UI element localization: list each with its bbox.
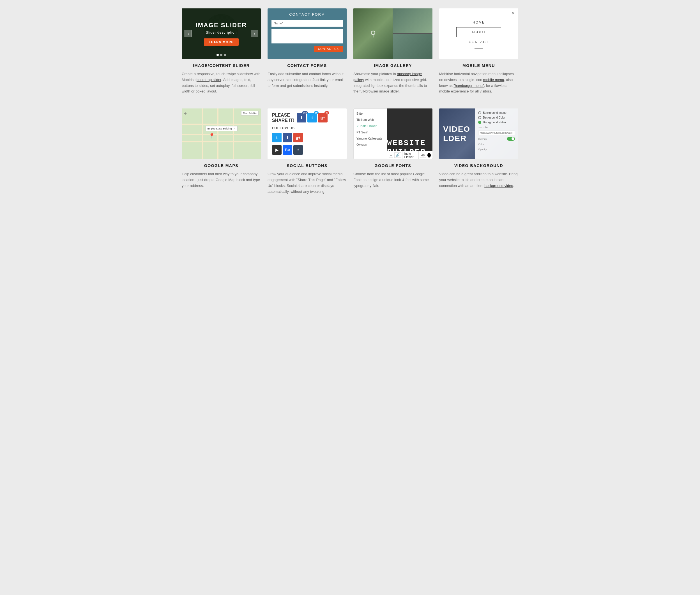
vp-overlay-label: Overlay: [478, 138, 487, 140]
mobile-menu-link[interactable]: mobile menu: [483, 78, 504, 82]
toolbar-link-icon[interactable]: 🔗: [394, 152, 401, 158]
gallery-card-title: IMAGE GALLERY: [353, 63, 432, 68]
map-control-map[interactable]: Map: [243, 112, 248, 114]
video-text-overlay: VIDEOLDER: [439, 109, 477, 159]
font-oxygen[interactable]: Oxygen: [354, 142, 387, 148]
fb-count-badge: 102: [302, 111, 308, 114]
vp-bg-color-label: Background Color: [483, 116, 505, 119]
toolbar-font-name[interactable]: Indie Flower: [402, 151, 419, 159]
maps-card-body: Help customers find their way to your co…: [182, 171, 261, 189]
follow-twitter-button[interactable]: t: [272, 133, 281, 142]
follow-icons-row: t f g+: [272, 133, 303, 142]
share-row: PLEASESHARE IT! f 102 t 19 g+ 47: [272, 112, 328, 123]
map-control-satellite[interactable]: Satellite: [249, 112, 257, 114]
share-facebook-button[interactable]: f 102: [297, 113, 306, 122]
maps-preview: Map Satellite ⌖ Empire State Building 📍: [182, 109, 261, 159]
dot-1[interactable]: [216, 54, 219, 56]
font-pt-serif[interactable]: PT Serif: [354, 129, 387, 135]
vp-overlay-toggle[interactable]: [507, 137, 515, 141]
bootstrap-slider-link[interactable]: bootstrap slider: [196, 78, 221, 82]
follow-googleplus-button[interactable]: g+: [293, 133, 303, 142]
card-image-gallery: ⚲ IMAGE GALLERY Showcase your pictures i…: [353, 8, 432, 94]
slider-preview: ‹ IMAGE SLIDER Slider description LEARN …: [182, 8, 261, 59]
contact-btn-row: CONTACT US: [271, 46, 343, 52]
slider-learn-more-button[interactable]: LEARN MORE: [204, 38, 239, 46]
gallery-search-icon: ⚲: [370, 29, 376, 38]
slider-card-body: Create a responsive, touch-swipe slidesh…: [182, 71, 261, 94]
vp-bg-image-row: Background Image: [478, 111, 515, 114]
contact-preview: CONTACT FORM CONTACT US: [268, 8, 347, 59]
map-road-h1: [182, 123, 261, 125]
video-big-text: VIDEOLDER: [443, 124, 470, 143]
radio-bg-image[interactable]: [478, 111, 481, 114]
font-indie-flower[interactable]: Indie Flower: [354, 123, 387, 129]
dot-2[interactable]: [220, 54, 222, 56]
map-road-h2: [182, 134, 261, 135]
font-yanone[interactable]: Yanone Kaffeesatz: [354, 135, 387, 142]
share-twitter-button[interactable]: t 19: [307, 113, 317, 122]
fonts-preview: Bitter Titillium Web Indie Flower PT Ser…: [353, 109, 432, 159]
row1-grid: ‹ IMAGE SLIDER Slider description LEARN …: [182, 8, 518, 94]
share-icons-row: f 102 t 19 g+ 47: [297, 113, 328, 122]
gallery-body-text2: with mobile-optimized responsive grid. I…: [353, 78, 427, 94]
slider-preview-title: IMAGE SLIDER: [196, 22, 247, 29]
map-label-box: Empire State Building: [206, 126, 238, 131]
toolbar-align-icon[interactable]: ≡: [389, 153, 393, 158]
mobile-menu-about[interactable]: ABOUT: [456, 27, 501, 37]
vp-bg-color-row: Background Color: [478, 116, 515, 119]
gallery-cell-bottom-right[interactable]: [393, 34, 432, 59]
mobile-menu-contact[interactable]: CONTACT: [456, 37, 501, 47]
follow-github-button[interactable]: ▶: [272, 145, 281, 155]
toolbar-font-size[interactable]: 46: [420, 153, 426, 158]
follow-behance-button[interactable]: Bǝ: [283, 145, 292, 155]
map-road-v2: [217, 109, 218, 159]
fonts-dropdown[interactable]: Bitter Titillium Web Indie Flower PT Ser…: [353, 109, 387, 159]
follow-label: FOLLOW US: [272, 126, 295, 130]
contact-card-title: CONTACT FORMS: [268, 63, 347, 68]
map-pin-icon: 📍: [209, 133, 215, 139]
font-bitter[interactable]: Bitter: [354, 110, 387, 117]
gallery-cell-top-right[interactable]: [393, 8, 432, 33]
vp-color-label: Color: [478, 143, 484, 146]
video-card-body: Video can be a great addition to a websi…: [439, 171, 518, 189]
slider-card-title: IMAGE/CONTENT SLIDER: [182, 63, 261, 68]
follow-tumblr-button[interactable]: t: [293, 145, 303, 155]
dot-3[interactable]: [224, 54, 226, 56]
radio-bg-color[interactable]: [478, 116, 481, 119]
map-road-v3: [233, 109, 234, 159]
vp-youtube-input[interactable]: [478, 131, 515, 135]
mobile-menu-card-body: Mobirise horizontal navigation menu coll…: [439, 71, 518, 94]
radio-bg-video[interactable]: [478, 121, 481, 124]
contact-message-textarea[interactable]: [271, 29, 343, 44]
slider-prev-arrow[interactable]: ‹: [185, 30, 192, 37]
share-googleplus-button[interactable]: g+ 47: [318, 113, 328, 122]
contact-form-header: CONTACT FORM: [271, 12, 343, 17]
hamburger-menu-link[interactable]: "hamburger menu": [454, 84, 484, 88]
map-crosshair-icon[interactable]: ⌖: [184, 111, 187, 117]
video-settings-panel: Background Image Background Color Backgr…: [475, 109, 518, 159]
follow-facebook-button[interactable]: f: [283, 133, 292, 142]
background-video-link[interactable]: background video: [484, 183, 513, 188]
gallery-body-text1: Showcase your pictures in: [353, 72, 397, 76]
contact-card-body: Easily add subscribe and contact forms w…: [268, 71, 347, 89]
maps-card-title: GOOGLE MAPS: [182, 163, 261, 168]
fonts-card-body: Choose from the list of most popular Goo…: [353, 171, 432, 189]
mobile-menu-home[interactable]: HOME: [456, 18, 501, 27]
map-controls[interactable]: Map Satellite: [241, 111, 259, 115]
gallery-cell-main[interactable]: ⚲: [353, 8, 393, 59]
fonts-card-title: GOOGLE FONTS: [353, 163, 432, 168]
mobile-menu-divider: [475, 48, 483, 49]
vp-opacity-label: Opacity: [478, 148, 487, 151]
mobile-close-icon[interactable]: ✕: [511, 11, 515, 16]
contact-name-input[interactable]: [271, 20, 343, 27]
toolbar-color-picker[interactable]: [427, 153, 431, 158]
vp-youtube-label: YouTube: [478, 126, 515, 129]
font-titillium[interactable]: Titillium Web: [354, 117, 387, 123]
gallery-preview: ⚲: [353, 8, 432, 59]
video-body-text2: .: [513, 183, 514, 188]
card-image-slider: ‹ IMAGE SLIDER Slider description LEARN …: [182, 8, 261, 94]
vp-bg-video-label: Background Video: [483, 121, 506, 124]
contact-submit-button[interactable]: CONTACT US: [314, 46, 343, 52]
gp-count-badge: 47: [324, 111, 329, 114]
slider-next-arrow[interactable]: ›: [251, 30, 258, 37]
